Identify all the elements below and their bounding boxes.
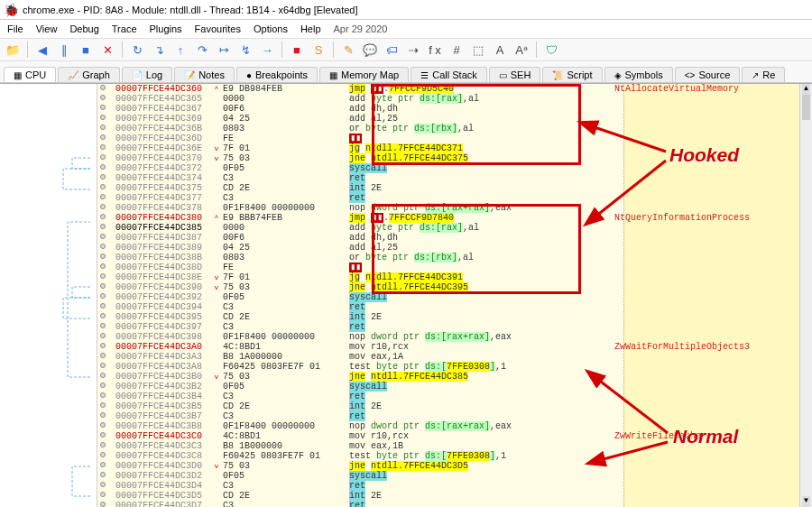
toolbar-button[interactable]: ⬚ [469, 41, 487, 59]
breakpoint-bullet[interactable] [100, 115, 106, 120]
toolbar-button[interactable]: Aᵃ [512, 41, 531, 59]
toolbar-button[interactable]: 💬 [361, 41, 379, 59]
toolbar-button[interactable]: ↑ [171, 41, 189, 59]
menu-debug[interactable]: Debug [69, 23, 98, 34]
toolbar-button[interactable]: ✎ [339, 41, 357, 59]
tab-log[interactable]: 📄Log [122, 67, 172, 82]
breakpoint-bullet[interactable] [100, 164, 106, 170]
breakpoint-bullet[interactable] [100, 353, 106, 358]
disasm-row[interactable]: 00007FFCE44DC360^E9 DB984FEBjmp ▮▮.7FFCC… [97, 84, 799, 94]
breakpoint-bullet[interactable] [100, 482, 106, 487]
address: 00007FFCE44DC36D [97, 134, 210, 143]
breakpoint-bullet[interactable] [100, 85, 106, 90]
breakpoint-bullet[interactable] [100, 323, 106, 328]
scrollbar[interactable]: ▲ ▼ [799, 84, 812, 507]
tab-icon: ↗ [752, 70, 759, 80]
breakpoint-bullet[interactable] [100, 95, 106, 100]
toolbar-button[interactable]: ◀ [33, 41, 51, 59]
breakpoint-bullet[interactable] [100, 402, 106, 408]
breakpoint-bullet[interactable] [100, 263, 106, 269]
menu-plugins[interactable]: Plugins [150, 23, 182, 34]
breakpoint-bullet[interactable] [100, 462, 106, 467]
toolbar-button[interactable]: 🛡 [542, 41, 560, 59]
breakpoint-bullet[interactable] [100, 283, 106, 289]
breakpoint-bullet[interactable] [100, 174, 106, 180]
breakpoint-bullet[interactable] [100, 343, 106, 348]
tab-memory-map[interactable]: ▦Memory Map [319, 67, 409, 82]
breakpoint-bullet[interactable] [100, 124, 106, 130]
breakpoint-bullet[interactable] [100, 293, 106, 299]
flow-marker: v [210, 143, 223, 153]
tab-breakpoints[interactable]: ●Breakpoints [236, 67, 318, 82]
breakpoint-bullet[interactable] [100, 234, 106, 239]
menu-options[interactable]: Options [254, 23, 288, 34]
menu-help[interactable]: Help [300, 23, 321, 34]
disasm-row[interactable]: 00007FFCE44DC380^E9 BBB74FEBjmp ▮▮.7FFCC… [97, 213, 799, 223]
breakpoint-bullet[interactable] [100, 273, 106, 279]
breakpoint-bullet[interactable] [100, 184, 106, 189]
breakpoint-bullet[interactable] [100, 442, 106, 447]
breakpoint-bullet[interactable] [100, 492, 106, 497]
tab-seh[interactable]: ▭SEH [489, 67, 541, 82]
tab-notes[interactable]: 📝Notes [174, 67, 235, 82]
disasm-row[interactable]: 00007FFCE44DC3A04C:8BD1mov r10,rcxZwWait… [97, 342, 799, 352]
tab-re[interactable]: ↗Re [742, 67, 785, 82]
breakpoint-bullet[interactable] [100, 204, 106, 209]
tab-call-stack[interactable]: ☰Call Stack [411, 67, 487, 82]
breakpoint-bullet[interactable] [100, 502, 106, 507]
menu-view[interactable]: View [36, 23, 58, 34]
toolbar-button[interactable]: ⇢ [404, 41, 422, 59]
toolbar-button[interactable]: f x [426, 41, 444, 59]
toolbar-button[interactable]: ↦ [215, 41, 233, 59]
breakpoint-bullet[interactable] [100, 194, 106, 199]
menu-favourites[interactable]: Favourites [195, 23, 241, 34]
address: 00007FFCE44DC3B5 [97, 401, 210, 411]
breakpoint-bullet[interactable] [100, 432, 106, 438]
toolbar-button[interactable]: 🏷 [383, 41, 401, 59]
tab-symbols[interactable]: ◈Symbols [604, 67, 673, 82]
toolbar-button[interactable]: A [491, 41, 509, 59]
menu-file[interactable]: File [7, 23, 23, 34]
breakpoint-bullet[interactable] [100, 154, 106, 160]
toolbar-button[interactable]: 📁 [4, 41, 22, 59]
toolbar-button[interactable]: ■ [288, 41, 306, 59]
tab-script[interactable]: 📜Script [542, 67, 602, 82]
tab-cpu[interactable]: ▦CPU [4, 67, 56, 82]
breakpoint-bullet[interactable] [100, 472, 106, 477]
menu-trace[interactable]: Trace [112, 23, 137, 34]
breakpoint-bullet[interactable] [100, 383, 106, 388]
tab-graph[interactable]: 📈Graph [58, 67, 120, 82]
flow-marker [210, 332, 223, 342]
breakpoint-bullet[interactable] [100, 313, 106, 318]
toolbar-button[interactable]: ↻ [128, 41, 146, 59]
toolbar-button[interactable]: ‖ [55, 41, 73, 59]
toolbar-button[interactable]: S [309, 41, 328, 59]
breakpoint-bullet[interactable] [100, 303, 106, 309]
breakpoint-bullet[interactable] [100, 105, 106, 110]
breakpoint-bullet[interactable] [100, 412, 106, 418]
breakpoint-bullet[interactable] [100, 363, 106, 368]
breakpoint-bullet[interactable] [100, 392, 106, 398]
breakpoint-bullet[interactable] [100, 333, 106, 338]
breakpoint-bullet[interactable] [100, 144, 106, 150]
tab-source[interactable]: <>Source [675, 67, 741, 82]
toolbar-button[interactable]: ■ [77, 41, 95, 59]
toolbar-button[interactable]: ↴ [150, 41, 168, 59]
breakpoint-bullet[interactable] [100, 214, 106, 219]
scrollbar-thumb[interactable] [802, 95, 810, 120]
toolbar-button[interactable]: ↯ [236, 41, 254, 59]
breakpoint-bullet[interactable] [100, 254, 106, 259]
scrollbar-up[interactable]: ▲ [802, 84, 810, 95]
breakpoint-bullet[interactable] [100, 244, 106, 249]
toolbar-button[interactable]: # [448, 41, 466, 59]
breakpoint-bullet[interactable] [100, 373, 106, 378]
breakpoint-bullet[interactable] [100, 422, 106, 428]
breakpoint-bullet[interactable] [100, 452, 106, 457]
toolbar-button[interactable]: ✕ [98, 41, 116, 59]
breakpoint-bullet[interactable] [100, 134, 106, 140]
toolbar-button[interactable]: → [258, 41, 276, 59]
breakpoint-bullet[interactable] [100, 224, 106, 229]
address: 00007FFCE44DC38B [97, 253, 210, 263]
toolbar-button[interactable]: ↷ [193, 41, 211, 59]
scrollbar-down[interactable]: ▼ [802, 496, 810, 507]
